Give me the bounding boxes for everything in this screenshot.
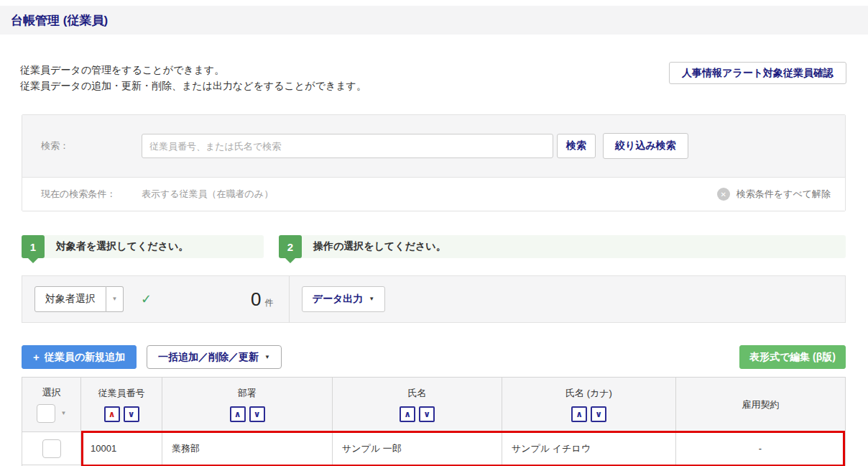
name-kana-cell: サンプル イチロウ (502, 432, 676, 465)
sort-desc-button[interactable]: ∨ (591, 406, 606, 422)
search-row: 検索： 検索 絞り込み検索 (22, 115, 845, 177)
target-select-caret-button[interactable]: ▼ (106, 286, 124, 312)
data-export-label: データ出力 (313, 293, 364, 306)
sort-desc-button[interactable]: ∨ (124, 406, 139, 422)
sort-asc-button[interactable]: ∧ (230, 406, 246, 422)
chevron-down-icon: ▼ (112, 296, 118, 302)
search-input[interactable] (142, 134, 553, 158)
clear-all-conditions[interactable]: ✕ 検索条件をすべて解除 (717, 188, 831, 201)
row-checkbox[interactable] (42, 439, 61, 458)
data-export-button[interactable]: データ出力 ▼ (302, 286, 386, 312)
department-cell: 業務部 (162, 432, 333, 465)
step-bars: 1 対象者を選択してください。 2 操作の選択をしてください。 (22, 235, 846, 258)
sort-controls: ∧ ∨ (230, 406, 265, 422)
filter-search-button[interactable]: 絞り込み検索 (603, 133, 688, 159)
table-edit-beta-button[interactable]: 表形式で編集 (β版) (739, 345, 846, 369)
chevron-down-icon: ▼ (369, 296, 374, 302)
department: 業務部 (162, 442, 200, 455)
sort-controls: ∧ ∨ (400, 406, 435, 422)
employee-table: 選択 ▼ 従業員番号 ∧ ∨ 部署 ∧ ∨ 氏名 ∧ ∨ (22, 377, 846, 466)
name-cell: サンプル 一郎 (333, 432, 502, 465)
employment-contract: - (759, 443, 762, 454)
sort-controls: ∧ ∨ (571, 406, 606, 422)
column-header-department: 部署 ∧ ∨ (162, 378, 333, 431)
current-conditions-label: 現在の検索条件： (41, 188, 142, 201)
employee-number-cell: 10001 (81, 432, 162, 465)
add-employee-button[interactable]: + 従業員の新規追加 (22, 345, 137, 369)
step-1-label: 対象者を選択してください。 (56, 240, 188, 253)
panel-divider (289, 276, 290, 322)
intro-section: 従業員データの管理をすることができます。 従業員データの追加・更新・削除、または… (20, 62, 846, 93)
chevron-down-icon[interactable]: ▼ (61, 411, 67, 416)
table-row[interactable]: 10001 業務部 サンプル 一郎 サンプル イチロウ - (22, 431, 845, 465)
step-1-badge-tail (28, 258, 38, 263)
check-icon: ✓ (141, 291, 152, 307)
column-label: 氏名 (408, 387, 427, 400)
step-2-bar: 2 操作の選択をしてください。 (279, 235, 846, 258)
step-2-badge: 2 (279, 235, 302, 258)
column-header-select: 選択 ▼ (22, 378, 81, 431)
column-header-contract: 雇用契約 (676, 378, 845, 431)
selected-count-number: 0 (251, 288, 261, 311)
contract-cell: - (676, 432, 845, 465)
employee-name-kana: サンプル イチロウ (502, 442, 591, 455)
column-label: 選択 (42, 386, 61, 399)
intro-text: 従業員データの管理をすることができます。 従業員データの追加・更新・削除、または… (20, 62, 366, 93)
selected-count: 0 件 (251, 288, 273, 311)
sort-controls: ∧ ∨ (104, 406, 139, 422)
search-button[interactable]: 検索 (557, 134, 596, 158)
row-select-cell (22, 432, 81, 465)
chevron-down-icon: ▼ (264, 355, 270, 360)
employee-name: サンプル 一郎 (333, 442, 402, 455)
bulk-operations-button[interactable]: 一括追加／削除／更新 ▼ (147, 345, 282, 369)
page-title: 台帳管理 (従業員) (11, 12, 108, 29)
employee-number: 10001 (81, 443, 116, 454)
step-2-badge-tail (285, 258, 295, 263)
table-actions-row: + 従業員の新規追加 一括追加／削除／更新 ▼ 表形式で編集 (β版) (22, 345, 846, 369)
column-label: 部署 (238, 387, 257, 400)
target-select-button[interactable]: 対象者選択 (34, 286, 106, 312)
step-1-bar: 1 対象者を選択してください。 (22, 235, 264, 258)
table-header-row: 選択 ▼ 従業員番号 ∧ ∨ 部署 ∧ ∨ 氏名 ∧ ∨ (22, 378, 845, 431)
column-header-name-kana: 氏名 (カナ) ∧ ∨ (502, 378, 676, 431)
search-panel: 検索： 検索 絞り込み検索 現在の検索条件： 表示する従業員（在職者のみ） ✕ … (22, 114, 846, 211)
add-employee-label: 従業員の新規追加 (45, 351, 125, 364)
sort-desc-button[interactable]: ∨ (249, 406, 265, 422)
page-title-band: 台帳管理 (従業員) (0, 6, 868, 35)
step-2-label: 操作の選択をしてください。 (313, 240, 446, 253)
current-conditions-row: 現在の検索条件： 表示する従業員（在職者のみ） ✕ 検索条件をすべて解除 (22, 177, 845, 211)
column-header-employee-number: 従業員番号 ∧ ∨ (81, 378, 162, 431)
clear-all-label: 検索条件をすべて解除 (737, 188, 831, 201)
bulk-operations-label: 一括追加／削除／更新 (158, 351, 259, 364)
column-label: 従業員番号 (98, 387, 145, 400)
column-label: 雇用契約 (742, 398, 780, 411)
sort-desc-button[interactable]: ∨ (419, 406, 435, 422)
search-label: 検索： (41, 140, 142, 152)
intro-line-1: 従業員データの管理をすることができます。 (20, 62, 366, 78)
select-all-control: ▼ (37, 404, 67, 423)
column-label: 氏名 (カナ) (565, 387, 612, 400)
selection-panel: 対象者選択 ▼ ✓ 0 件 データ出力 ▼ (22, 275, 846, 323)
current-conditions-value: 表示する従業員（在職者のみ） (142, 188, 273, 201)
intro-line-2: 従業員データの追加・更新・削除、または出力などをすることができます。 (20, 78, 366, 93)
column-header-name: 氏名 ∧ ∨ (333, 378, 502, 431)
step-1-badge: 1 (22, 235, 45, 258)
selected-count-unit: 件 (265, 297, 274, 309)
sort-asc-button[interactable]: ∧ (571, 406, 587, 422)
plus-icon: + (33, 351, 40, 363)
sort-asc-button[interactable]: ∧ (104, 406, 120, 422)
hr-alert-check-button[interactable]: 人事情報アラート対象従業員確認 (669, 62, 846, 84)
select-all-checkbox[interactable] (37, 404, 55, 423)
sort-asc-button[interactable]: ∧ (400, 406, 415, 422)
target-select-split-button: 対象者選択 ▼ (34, 286, 124, 312)
close-icon[interactable]: ✕ (717, 188, 730, 201)
